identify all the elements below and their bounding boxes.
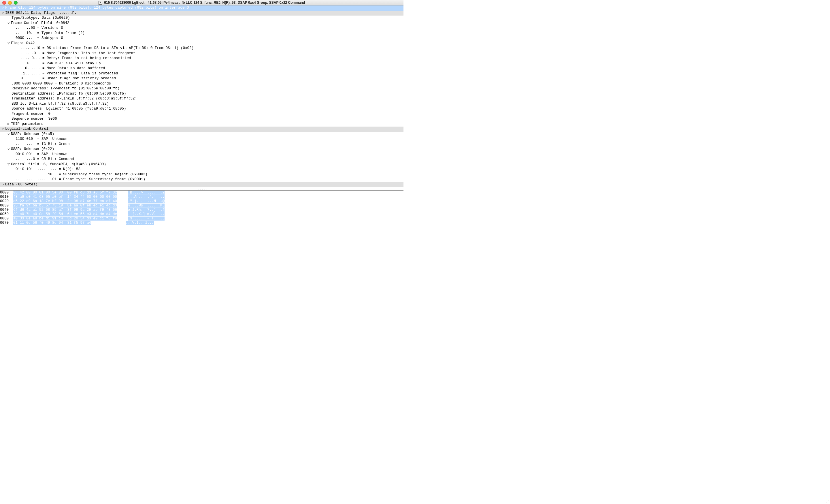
tree-sa[interactable]: Source address: LgElectr_41:68:05 (f8:a9… (0, 106, 404, 112)
tree-ctrl-ftype[interactable]: .... .... .... ..01 = Frame type: Superv… (0, 177, 404, 182)
pane-splitter[interactable]: ........ (0, 188, 404, 190)
tree-duration[interactable]: .000 0000 0000 0000 = Duration: 0 micros… (0, 81, 404, 87)
tree-flags-protected[interactable]: .1.. .... = Protected flag: Data is prot… (0, 71, 404, 76)
tree-ctrl-super[interactable]: .... .... .... 10.. = Supervisory frame … (0, 172, 404, 177)
hex-row[interactable]: 003025 fa 9f ba b3 57 73 19 8e aa 0f eb … (0, 203, 404, 208)
window-title: X 615 8.704628000 LgElectr_41:68:05 IPv4… (99, 1, 305, 5)
tree-ra[interactable]: Receiver address: IPv4mcast_fb (01:00:5e… (0, 86, 404, 91)
close-icon[interactable] (2, 1, 6, 5)
hex-offset: 0060 (0, 217, 13, 221)
hex-bytes[interactable]: 01 11 0d 56 f0 49 8c 94 31 f5 97 a4 (13, 221, 91, 225)
hex-bytes[interactable]: 25 fa 9f ba b3 57 73 19 8e aa 0f eb ec e… (13, 203, 117, 208)
tree-ssap-cr[interactable]: .... ...0 = CR Bit: Command (0, 157, 404, 162)
hex-offset: 0000 (0, 191, 13, 195)
hex-ascii[interactable]: %....Ws. ......M. (128, 203, 165, 208)
packet-details-tree[interactable]: Frame 615: 124 bytes on wire (992 bits),… (0, 5, 404, 188)
tree-frag[interactable]: Fragment number: 0 (0, 112, 404, 117)
hex-ascii[interactable]: o.J.Rh.. ?..)...f (128, 208, 165, 212)
hex-bytes[interactable]: 6f d6 4a a1 52 68 85 a7 3f 99 9a 29 ab f… (13, 208, 117, 212)
hex-offset: 0020 (0, 199, 13, 203)
hex-ascii[interactable]: ...Ah... .4.`.... (128, 195, 165, 199)
tree-flags-ds[interactable]: .... ..10 = DS status: Frame from DS to … (0, 46, 404, 51)
window-title-text: 615 8.704628000 LgElectr_41:68:05 IPv4mc… (104, 1, 305, 5)
tree-ta[interactable]: Transmitter address: D-LinkIn_5f:f7:32 (… (0, 96, 404, 101)
hex-row[interactable]: 0020c5 22 d9 6a 18 7e bf 98 2e 98 d7 4e … (0, 199, 404, 203)
tree-dsap-ig[interactable]: .... ...1 = IG Bit: Group (0, 142, 404, 147)
tree-ssap[interactable]: SSAP: Unknown (0x22) (0, 147, 404, 152)
traffic-lights (0, 1, 18, 5)
hex-row[interactable]: 000008 42 00 00 01 00 5e 00 00 fb c8 d3 … (0, 191, 404, 195)
hex-bytes[interactable]: 89 a0 7b a0 0c 58 f9 5d 6d ec 56 c3 c4 d… (13, 212, 117, 216)
hex-row[interactable]: 0010f8 a9 d0 41 68 05 a0 bf 14 34 f4 60 … (0, 195, 404, 199)
tree-dsap-sap[interactable]: 1100 010. = SAP: Unknown (0, 137, 404, 142)
hex-ascii[interactable]: .3...... = T..... (128, 217, 165, 221)
tree-ieee-header[interactable]: IEEE 802.11 Data, Flags: .p....F. (0, 11, 404, 16)
hex-row[interactable]: 007001 11 0d 56 f0 49 8c 94 31 f5 97 a4 … (0, 221, 404, 225)
hex-offset: 0040 (0, 208, 13, 212)
tree-ctrl[interactable]: Control field: S, func=REJ, N(R)=53 (0x6… (0, 162, 404, 167)
tree-bssid[interactable]: BSS Id: D-LinkIn_5f:f7:32 (c8:d3:a3:5f:f… (0, 101, 404, 107)
tree-frame-summary[interactable]: Frame 615: 124 bytes on wire (992 bits),… (0, 5, 404, 11)
hex-row[interactable]: 00406f d6 4a a1 52 68 85 a7 3f 99 9a 29 … (0, 208, 404, 212)
hex-row[interactable]: 005089 a0 7b a0 0c 58 f9 5d 6d ec 56 c3 … (0, 212, 404, 217)
hex-bytes[interactable]: c5 22 d9 6a 18 7e bf 98 2e 98 d7 4e 7f c… (13, 199, 117, 203)
tree-ssap-sap[interactable]: 0010 001. = SAP: Unknown (0, 152, 404, 157)
hex-row[interactable]: 0060a0 33 0e a8 be d1 91 c4 3d 20 54 d3 … (0, 217, 404, 221)
tree-dsap[interactable]: DSAP: Unknown (0xc5) (0, 132, 404, 137)
tree-flags-retry[interactable]: .... 0... = Retry: Frame is not being re… (0, 56, 404, 61)
tree-seq[interactable]: Sequence number: 3066 (0, 117, 404, 122)
tree-fcf-subtype[interactable]: 0000 .... = Subtype: 0 (0, 36, 404, 41)
tree-fcf-version[interactable]: .... ..00 = Version: 0 (0, 26, 404, 31)
tree-llc-header[interactable]: Logical-Link Control (0, 127, 404, 132)
hex-view[interactable]: 000008 42 00 00 01 00 5e 00 00 fb c8 d3 … (0, 190, 404, 248)
tree-fcf-type[interactable]: .... 10.. = Type: Data frame (2) (0, 31, 404, 36)
hex-bytes[interactable]: f8 a9 d0 41 68 05 a0 bf 14 34 f4 60 00 0… (13, 195, 117, 199)
hex-ascii[interactable]: .".j.~.. ...N...@ (128, 199, 165, 203)
hex-offset: 0030 (0, 203, 13, 208)
window-titlebar: X 615 8.704628000 LgElectr_41:68:05 IPv4… (0, 0, 404, 5)
tree-flags-order[interactable]: 0... .... = Order flag: Not strictly ord… (0, 76, 404, 81)
hex-bytes[interactable]: 08 42 00 00 01 00 5e 00 00 fb c8 d3 a3 5… (13, 191, 117, 195)
tree-data-header[interactable]: Data (88 bytes) (0, 182, 404, 187)
hex-offset: 0010 (0, 195, 13, 199)
tree-flags-moredata[interactable]: ..0. .... = More Data: No data buffered (0, 66, 404, 71)
hex-ascii[interactable]: ..{..X.] m.V..... (128, 212, 165, 216)
tree-flags[interactable]: Flags: 0x42 (0, 41, 404, 46)
hex-ascii[interactable]: .B....^. ....._.2 (128, 191, 165, 195)
tree-flags-morefrag[interactable]: .... .0.. = More Fragments: This is the … (0, 51, 404, 56)
hex-ascii[interactable]: ...V.I.. 1... (126, 221, 154, 225)
hex-offset: 0050 (0, 212, 13, 217)
tree-flags-pwr[interactable]: ...0 .... = PWR MGT: STA will stay up (0, 61, 404, 66)
x11-app-icon: X (99, 1, 102, 5)
hex-offset: 0070 (0, 221, 13, 225)
tree-da[interactable]: Destination address: IPv4mcast_fb (01:00… (0, 91, 404, 97)
tree-type-subtype[interactable]: Type/Subtype: Data (0x0020) (0, 15, 404, 21)
zoom-icon[interactable] (14, 1, 18, 5)
minimize-icon[interactable] (8, 1, 12, 5)
tree-ctrl-nr[interactable]: 0110 101. .... .... = N(R): 53 (0, 167, 404, 172)
tree-tkip[interactable]: TKIP parameters (0, 122, 404, 127)
tree-fcf[interactable]: Frame Control Field: 0x0842 (0, 21, 404, 26)
hex-bytes[interactable]: a0 33 0e a8 be d1 91 c4 3d 20 54 d3 e9 c… (13, 217, 117, 221)
